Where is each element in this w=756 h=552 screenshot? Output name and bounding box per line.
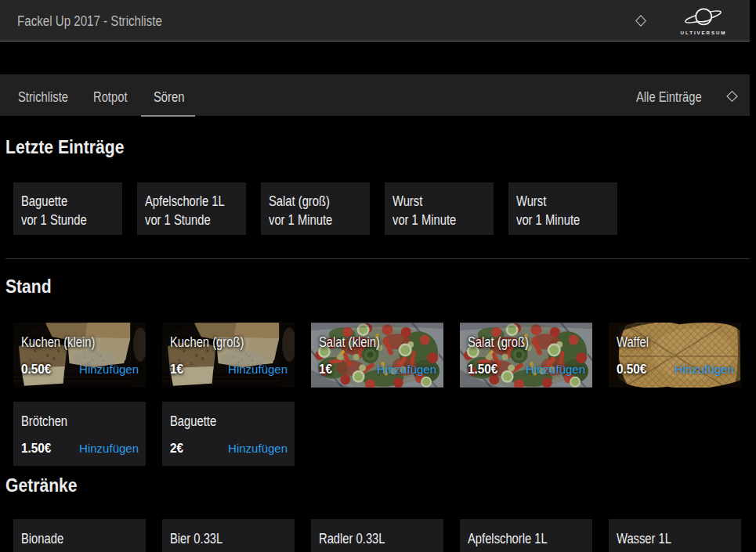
svg-text:ULTIVERSUM: ULTIVERSUM <box>681 30 727 35</box>
